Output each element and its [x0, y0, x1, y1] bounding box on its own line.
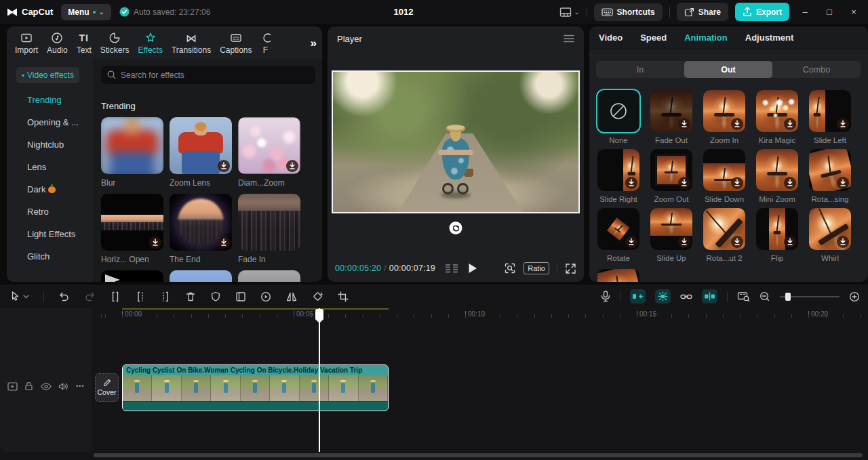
mute-toggle[interactable]: [58, 382, 68, 391]
player-panel: Player 00:00:05:20 / 00:00:07:19: [328, 26, 584, 282]
tab-video[interactable]: Video: [599, 33, 623, 43]
rotate-handle[interactable]: [450, 222, 462, 234]
animation-card-zoom-out[interactable]: Zoom Out: [650, 149, 692, 208]
track-more-button[interactable]: •••: [76, 383, 84, 390]
zoom-in-button[interactable]: [849, 291, 860, 302]
animation-card-slide-right[interactable]: Slide Right: [597, 149, 639, 208]
video-clip[interactable]: Cycling Cyclist On Bike.Woman Cycling On…: [122, 364, 389, 411]
sidebar-item-dark[interactable]: Dark: [7, 178, 94, 201]
animation-card-flip[interactable]: Flip: [756, 208, 798, 267]
delete-tool[interactable]: [185, 291, 196, 302]
split-tool[interactable]: [110, 291, 121, 302]
menu-button[interactable]: Menu ⌄: [61, 4, 111, 20]
search-input[interactable]: [121, 70, 309, 80]
sidebar-item-lens[interactable]: Lens: [7, 156, 94, 178]
frame-list-button[interactable]: [445, 264, 458, 273]
lock-toggle[interactable]: [24, 381, 33, 391]
voiceover-tool[interactable]: [601, 291, 610, 302]
mask-tool[interactable]: [210, 291, 221, 302]
sidebar-item-opening[interactable]: Opening & ...: [7, 111, 94, 133]
preview-axis-toggle[interactable]: [702, 289, 717, 304]
main-track-magnet-toggle[interactable]: [655, 289, 671, 304]
animation-card-rotate-out-2[interactable]: Rota...ut 2: [703, 208, 745, 267]
effect-card-blur[interactable]: Blur: [101, 117, 163, 194]
animation-card-mini-zoom[interactable]: Mini Zoom: [756, 149, 798, 208]
tab-animation[interactable]: Animation: [684, 33, 728, 43]
export-button[interactable]: Export: [735, 3, 789, 21]
delete-right-tool[interactable]: [160, 291, 171, 302]
animation-card-slide-up[interactable]: Slide Up: [650, 208, 692, 267]
visibility-toggle[interactable]: [41, 383, 52, 390]
freeze-frame-tool[interactable]: [235, 291, 246, 302]
magnetic-snap-toggle[interactable]: [630, 289, 646, 304]
undo-button[interactable]: [58, 291, 70, 301]
timeline-view-button[interactable]: [737, 291, 750, 302]
animation-card-slide-left[interactable]: Slide Left: [809, 90, 851, 149]
tab-stickers[interactable]: Stickers: [100, 32, 130, 55]
video-preview[interactable]: [332, 70, 580, 213]
delete-left-tool[interactable]: [135, 291, 146, 302]
share-button[interactable]: Share: [677, 3, 728, 21]
effect-card-partial[interactable]: [170, 270, 232, 282]
window-maximize-button[interactable]: □: [821, 7, 838, 17]
ratio-button[interactable]: Ratio: [524, 262, 549, 274]
sidebar-item-nightclub[interactable]: Nightclub: [7, 133, 94, 156]
layout-switcher-button[interactable]: ⌄: [559, 7, 579, 18]
animation-card-whirl[interactable]: Whirl: [809, 208, 851, 267]
tab-captions[interactable]: Captions: [220, 32, 252, 55]
sidebar-item-retro[interactable]: Retro: [7, 201, 94, 223]
effect-card-horizontal-open[interactable]: Horiz... Open: [101, 194, 163, 270]
play-button[interactable]: [468, 263, 477, 274]
select-tool[interactable]: [9, 291, 29, 302]
animation-card-none[interactable]: None: [597, 90, 639, 149]
animation-card-slide-down[interactable]: Slide Down: [703, 149, 745, 208]
zoom-out-button[interactable]: [760, 291, 770, 302]
rotate-tool[interactable]: [312, 291, 323, 302]
window-minimize-button[interactable]: –: [796, 7, 814, 17]
animation-card-fade-out[interactable]: Fade Out: [650, 90, 692, 149]
animation-card-rotate[interactable]: Rotate: [597, 208, 639, 267]
segment-in[interactable]: In: [596, 61, 684, 78]
preview-quality-button[interactable]: [504, 262, 516, 274]
fullscreen-button[interactable]: [565, 263, 576, 274]
timeline-zoom-slider[interactable]: [780, 296, 840, 297]
playhead-handle[interactable]: [315, 309, 323, 320]
effect-card-fade-in[interactable]: Fade In: [238, 194, 300, 270]
more-tabs-chevron[interactable]: »: [311, 37, 317, 50]
effect-card-zoom-lens[interactable]: Zoom Lens: [170, 117, 232, 194]
sidebar-item-light-effects[interactable]: Light Effects: [7, 223, 94, 245]
sidebar-item-glitch[interactable]: Glitch: [7, 245, 94, 268]
link-toggle[interactable]: [680, 293, 692, 301]
effect-card-partial[interactable]: [101, 270, 163, 282]
speed-tool[interactable]: [260, 291, 271, 302]
tab-effects[interactable]: Effects: [138, 32, 162, 55]
crop-tool[interactable]: [338, 291, 349, 302]
effect-card-diamond-zoom[interactable]: Diam...Zoom: [238, 117, 300, 194]
animation-card-rotate-rising[interactable]: Rota...sing: [809, 149, 851, 208]
tab-adjustment[interactable]: Adjustment: [745, 33, 794, 43]
tab-audio[interactable]: Audio: [47, 32, 68, 55]
cover-button[interactable]: Cover: [95, 373, 119, 402]
tab-transitions[interactable]: ⋈ Transitions: [172, 32, 211, 55]
tab-speed[interactable]: Speed: [640, 33, 667, 43]
tab-text[interactable]: TI Text: [77, 32, 92, 55]
effect-card-partial[interactable]: [238, 270, 300, 282]
animation-card-kira-magic[interactable]: Kira Magic: [756, 90, 798, 149]
animation-card-zoom-in[interactable]: Zoom In: [703, 90, 745, 149]
timeline-ruler[interactable]: 00:00 00:05 00:10 00:15 00:20: [92, 308, 868, 323]
sidebar-item-trending[interactable]: Trending: [7, 89, 94, 111]
animation-card-partial[interactable]: [597, 269, 639, 282]
sidebar-item-video-effects[interactable]: ▾ Video effects: [16, 67, 79, 83]
horizontal-scrollbar[interactable]: [94, 453, 863, 457]
effect-card-the-end[interactable]: The End: [170, 194, 232, 270]
zoom-slider-thumb[interactable]: [785, 293, 791, 301]
window-close-button[interactable]: ×: [845, 7, 863, 17]
tab-import[interactable]: Import: [15, 32, 38, 55]
mirror-tool[interactable]: [285, 291, 298, 302]
shortcuts-button[interactable]: Shortcuts: [594, 3, 663, 21]
player-menu-button[interactable]: [564, 35, 574, 43]
tab-filters-truncated[interactable]: F: [261, 32, 271, 55]
segment-combo[interactable]: Combo: [772, 61, 861, 78]
redo-button[interactable]: [84, 291, 96, 301]
segment-out[interactable]: Out: [684, 61, 772, 78]
